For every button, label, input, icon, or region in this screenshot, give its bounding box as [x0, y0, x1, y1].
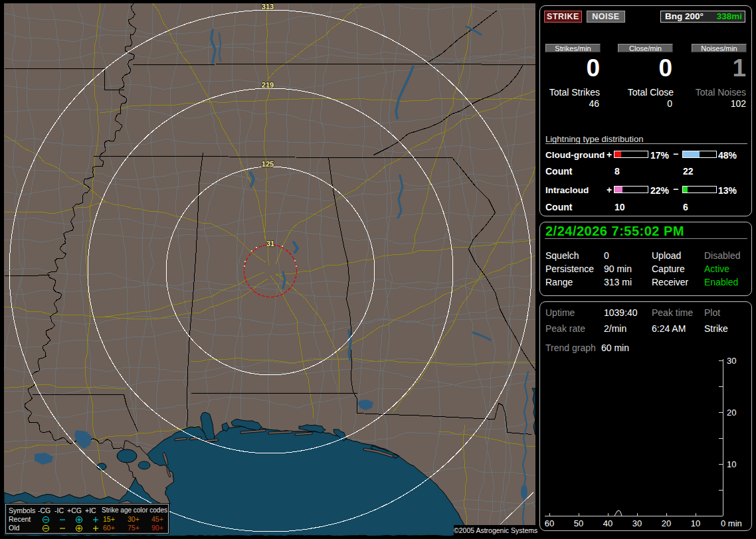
- svg-text:31: 31: [266, 240, 274, 248]
- svg-text:10: 10: [691, 518, 700, 528]
- svg-text:10: 10: [727, 459, 736, 469]
- svg-text:30: 30: [632, 518, 642, 528]
- svg-text:20: 20: [727, 408, 736, 418]
- svg-text:30: 30: [727, 356, 736, 366]
- svg-text:40: 40: [603, 518, 613, 528]
- svg-text:0 min: 0 min: [721, 518, 742, 528]
- svg-text:219: 219: [262, 81, 274, 89]
- svg-text:313: 313: [262, 3, 274, 11]
- svg-text:50: 50: [574, 518, 583, 528]
- svg-text:60: 60: [545, 518, 554, 528]
- svg-text:20: 20: [662, 518, 671, 528]
- svg-text:125: 125: [262, 160, 274, 168]
